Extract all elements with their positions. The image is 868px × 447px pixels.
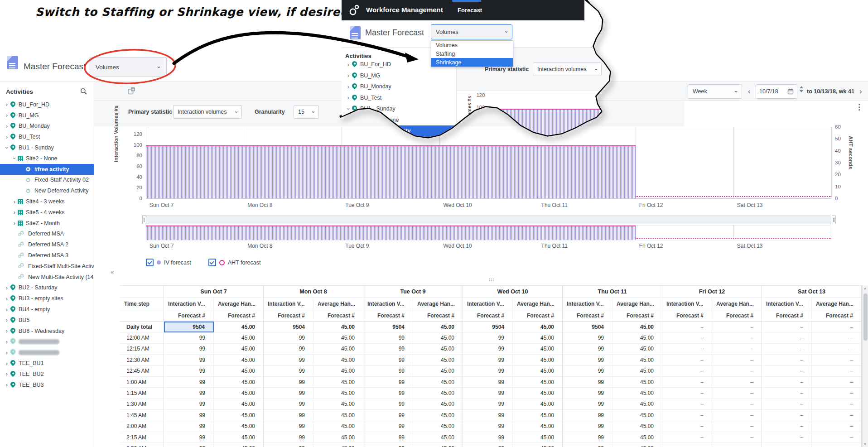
aht-forecast-cell[interactable]: 45.00 — [413, 432, 463, 443]
aht-forecast-cell[interactable]: 45.00 — [612, 344, 662, 355]
tree-item-bu6-wednesday[interactable]: ›BU6 - Wednesday — [0, 326, 94, 336]
iv-forecast-cell[interactable]: – — [762, 377, 812, 388]
aht-forecast-cell[interactable]: 45.00 — [413, 322, 463, 332]
export-view-icon[interactable] — [127, 87, 136, 95]
iv-forecast-cell[interactable]: – — [662, 322, 712, 332]
popup-primary-statistic-dropdown[interactable]: Interaction volumes › — [533, 62, 602, 76]
tree-item-fixed-staff-multi-site-activity[interactable]: ›⚙⚙Fixed-Staff Multi-Site Activity — [0, 261, 94, 272]
iv-forecast-cell[interactable]: 99 — [463, 332, 513, 343]
iv-forecast-cell[interactable]: 99 — [264, 377, 313, 388]
iv-forecast-cell[interactable]: – — [662, 377, 712, 388]
iv-forecast-cell[interactable]: – — [762, 344, 812, 355]
chevron-right-icon[interactable]: › — [11, 209, 18, 216]
aht-forecast-cell[interactable]: – — [712, 344, 762, 355]
tree-item-bu-monday[interactable]: ›BU_Monday — [342, 81, 456, 92]
aht-forecast-cell[interactable]: 45.00 — [513, 421, 563, 432]
iv-forecast-cell[interactable]: 99 — [363, 410, 413, 421]
iv-forecast-cell[interactable]: – — [662, 443, 712, 447]
chevron-right-icon[interactable]: › — [345, 94, 352, 101]
iv-forecast-cell[interactable]: 99 — [164, 355, 214, 365]
aht-forecast-cell[interactable]: 45.00 — [214, 432, 264, 443]
aht-forecast-cell[interactable]: – — [812, 432, 862, 443]
tree-item-deferred-msa[interactable]: ›⚙⚙Deferred MSA — [0, 229, 94, 240]
iv-forecast-cell[interactable]: 99 — [164, 421, 214, 432]
aht-forecast-cell[interactable]: 45.00 — [413, 399, 463, 410]
aht-forecast-cell[interactable]: 45.00 — [313, 388, 363, 399]
aht-forecast-cell[interactable]: 45.00 — [214, 355, 264, 365]
aht-forecast-cell[interactable]: – — [712, 410, 762, 421]
aht-forecast-cell[interactable]: 45.00 — [313, 332, 363, 343]
range-type-dropdown[interactable]: Week › — [688, 84, 742, 99]
tree-item-bu-monday[interactable]: ›BU_Monday — [0, 121, 94, 132]
iv-forecast-cell[interactable]: 99 — [164, 399, 214, 410]
aht-forecast-cell[interactable]: 45.00 — [214, 366, 264, 377]
chevron-right-icon[interactable]: › — [4, 112, 10, 119]
tree-item-bu1-sunday[interactable]: ›BU1 - Sunday — [342, 103, 456, 115]
iv-forecast-cell[interactable]: 99 — [264, 388, 313, 399]
aht-forecast-cell[interactable]: 45.00 — [313, 421, 363, 432]
aht-forecast-cell[interactable]: 45.00 — [612, 355, 662, 365]
iv-forecast-cell[interactable]: 9504 — [164, 322, 214, 332]
iv-forecast-cell[interactable]: – — [662, 421, 712, 432]
iv-forecast-cell[interactable]: 99 — [164, 344, 214, 355]
aht-forecast-cell[interactable]: – — [712, 355, 762, 365]
menu-item-volumes[interactable]: Volumes — [431, 41, 513, 49]
aht-forecast-cell[interactable]: 45.00 — [612, 443, 662, 447]
chevron-right-icon[interactable]: › — [4, 381, 10, 388]
aht-forecast-cell[interactable]: 45.00 — [413, 443, 463, 447]
aht-forecast-cell[interactable]: – — [812, 421, 862, 432]
aht-forecast-cell[interactable]: 45.00 — [612, 399, 662, 410]
tree-item-new-multi-site-activity-14952[interactable]: ›⚙⚙New Multi-Site Activity (14952... — [0, 272, 94, 283]
aht-forecast-cell[interactable]: 45.00 — [513, 355, 563, 365]
kebab-menu-icon[interactable]: ⋮ — [855, 102, 863, 112]
iv-forecast-cell[interactable]: 99 — [164, 377, 214, 388]
iv-forecast-cell[interactable]: – — [762, 399, 812, 410]
chevron-right-icon[interactable]: › — [4, 123, 10, 130]
aht-forecast-cell[interactable]: 45.00 — [313, 443, 363, 447]
aht-forecast-cell[interactable]: 45.00 — [214, 322, 264, 332]
chevron-down-icon[interactable]: › — [4, 144, 10, 151]
iv-forecast-cell[interactable]: 99 — [264, 410, 313, 421]
iv-forecast-cell[interactable]: 99 — [563, 410, 612, 421]
iv-forecast-cell[interactable]: 9504 — [563, 322, 612, 332]
tree-item-site4-3-weeks[interactable]: ›Site4 - 3 weeks — [0, 196, 94, 207]
aht-forecast-cell[interactable]: 45.00 — [513, 399, 563, 410]
iv-forecast-cell[interactable]: – — [762, 366, 812, 377]
tree-item-bu-test[interactable]: ›BU_Test — [0, 131, 94, 142]
chevron-right-icon[interactable]: › — [4, 338, 10, 345]
iv-forecast-cell[interactable]: 99 — [363, 388, 413, 399]
tree-item-bu4-empty[interactable]: ›BU4 - empty — [0, 304, 94, 315]
iv-forecast-cell[interactable]: – — [662, 332, 712, 343]
tree-item-site2-none[interactable]: ›Site2 - None — [0, 153, 94, 164]
tree-item-tee-bu1[interactable]: ›TEE_BU1 — [0, 358, 94, 369]
chevron-down-icon[interactable]: › — [11, 155, 18, 162]
iv-forecast-cell[interactable]: 99 — [363, 332, 413, 343]
scroll-up-icon[interactable]: ▲ — [863, 287, 867, 290]
iv-forecast-cell[interactable]: 99 — [264, 344, 313, 355]
legend-checkbox[interactable] — [146, 259, 154, 266]
navigator-mini-chart[interactable] — [146, 225, 831, 240]
chevron-right-icon[interactable]: › — [4, 317, 10, 323]
aht-forecast-cell[interactable]: 45.00 — [413, 421, 463, 432]
aht-forecast-cell[interactable]: 45.00 — [513, 443, 563, 447]
iv-forecast-cell[interactable]: 9504 — [363, 322, 413, 332]
tree-item-free-activity[interactable]: ›⚙#free activity — [342, 125, 456, 137]
aht-forecast-cell[interactable]: 45.00 — [612, 421, 662, 432]
granularity-dropdown[interactable]: 15 › — [294, 105, 319, 119]
primary-statistic-dropdown[interactable]: Interaction volumes › — [173, 105, 242, 119]
iv-forecast-cell[interactable]: 99 — [463, 388, 513, 399]
iv-forecast-cell[interactable]: – — [762, 355, 812, 365]
iv-forecast-cell[interactable]: 99 — [363, 344, 413, 355]
iv-forecast-cell[interactable]: 99 — [563, 377, 612, 388]
iv-forecast-cell[interactable]: 99 — [164, 366, 214, 377]
scroll-down-icon[interactable]: ▼ — [863, 442, 867, 446]
aht-forecast-cell[interactable]: 45.00 — [413, 388, 463, 399]
iv-forecast-cell[interactable]: 99 — [363, 443, 413, 447]
chevron-right-icon[interactable]: › — [345, 72, 352, 79]
tree-item-new-deferred-activity[interactable]: ›⚙New Deferred Activity — [0, 185, 94, 196]
iv-forecast-cell[interactable]: 9504 — [264, 322, 313, 332]
iv-forecast-cell[interactable]: 99 — [264, 432, 313, 443]
aht-forecast-cell[interactable]: – — [712, 322, 762, 332]
iv-forecast-cell[interactable]: – — [662, 355, 712, 365]
chevron-right-icon[interactable]: › — [4, 349, 10, 356]
